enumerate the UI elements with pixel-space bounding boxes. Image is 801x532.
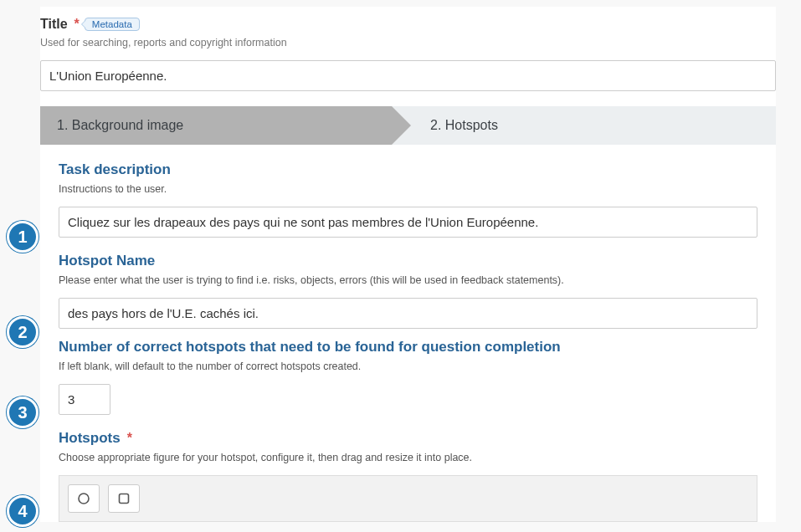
form-panel: Title * Metadata Used for searching, rep…: [40, 7, 776, 522]
hotspot-name-label: Hotspot Name: [59, 253, 757, 269]
hotspot-shape-square[interactable]: [108, 484, 140, 513]
task-description-input[interactable]: [59, 207, 757, 238]
hotspot-shape-bar: [59, 475, 757, 522]
annotation-badge-3: 3: [7, 396, 39, 428]
wizard-step-hotspots[interactable]: 2. Hotspots: [392, 106, 776, 145]
wizard-step-background[interactable]: 1. Background image: [40, 106, 392, 145]
circle-icon: [77, 492, 90, 505]
metadata-badge[interactable]: Metadata: [85, 18, 140, 31]
annotation-badge-4: 4: [7, 495, 39, 527]
required-indicator: *: [74, 17, 80, 32]
hotspot-name-input[interactable]: [59, 298, 757, 329]
num-correct-input[interactable]: [59, 384, 110, 415]
wizard-steps: 1. Background image 2. Hotspots: [40, 106, 776, 145]
annotation-badge-2: 2: [7, 316, 39, 348]
task-description-hint: Instructions to the user.: [59, 183, 757, 195]
title-label: Title: [40, 17, 68, 32]
hotspots-hint: Choose appropriate figure for your hotsp…: [59, 452, 757, 463]
title-hint: Used for searching, reports and copyrigh…: [40, 37, 776, 49]
num-correct-label: Number of correct hotspots that need to …: [59, 339, 757, 356]
title-input[interactable]: [40, 60, 776, 91]
hotspot-shape-circle[interactable]: [68, 484, 100, 513]
square-icon: [117, 492, 131, 505]
hotspot-name-hint: Please enter what the user is trying to …: [59, 274, 757, 286]
annotation-badge-1: 1: [7, 221, 39, 253]
task-description-label: Task description: [59, 161, 757, 178]
svg-rect-1: [120, 494, 129, 504]
num-correct-hint: If left blank, will default to the numbe…: [59, 361, 757, 372]
hotspots-required: *: [127, 431, 132, 446]
svg-point-0: [79, 494, 89, 504]
hotspots-label: Hotspots: [59, 430, 121, 447]
